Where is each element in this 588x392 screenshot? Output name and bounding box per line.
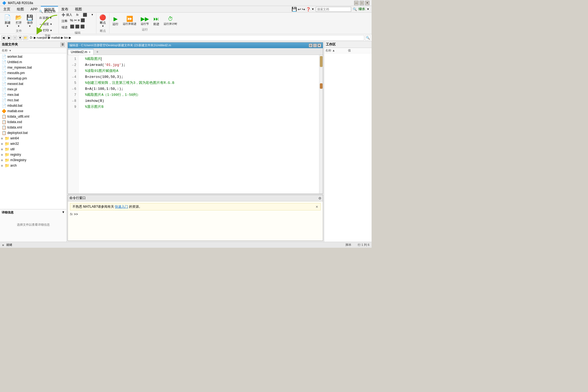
list-item[interactable]: ⊕ 📁 registry xyxy=(0,152,66,157)
code-line-9: %显示图片B xyxy=(81,104,317,110)
workspace-name-col[interactable]: 名称 ▲ xyxy=(325,48,348,53)
list-item[interactable]: 📄 mbuild.bat xyxy=(0,103,66,108)
file-icon: 📋 xyxy=(2,120,6,124)
list-item[interactable]: 📋 lcdata.xsd xyxy=(0,119,66,125)
editor-tab-untitled2[interactable]: Untitled2.m ✕ xyxy=(68,49,94,55)
list-item[interactable]: 📋 lcdata_utf8.xml xyxy=(0,114,66,119)
fx-button[interactable]: fx xyxy=(75,12,80,18)
breakpoint-button[interactable]: 🔴 断点 ▼ xyxy=(97,14,108,28)
list-item[interactable]: 📄 mex.bat xyxy=(0,92,66,97)
quick-start-link[interactable]: 快速入门 xyxy=(115,205,128,209)
menu-publish[interactable]: 发布 xyxy=(58,6,72,12)
list-item[interactable]: 📄 mw_mpiexec.bat xyxy=(0,65,66,70)
find-file-button[interactable]: 🔍 查找文件 xyxy=(38,9,57,14)
tab-close-icon[interactable]: ✕ xyxy=(88,51,91,54)
new-dropdown[interactable]: ▼ xyxy=(6,25,9,27)
indent-btn[interactable]: ⬛ xyxy=(81,12,89,18)
expand-icon[interactable]: ⊕ xyxy=(1,137,4,140)
list-item[interactable]: 📄 mex.pl xyxy=(0,87,66,92)
current-folder-collapse[interactable]: ☰ xyxy=(60,42,65,47)
shrink-button[interactable]: 缩进 xyxy=(60,24,69,30)
dedent-icon: ⬛ xyxy=(81,18,85,24)
expand-icon[interactable]: ⊕ xyxy=(1,142,4,145)
expand-icon[interactable]: ⊕ xyxy=(1,153,4,156)
up-button[interactable]: ↑ xyxy=(13,35,17,40)
dropdown-icon[interactable]: ▼ xyxy=(311,8,314,11)
scrollbar-thumb[interactable] xyxy=(320,56,323,67)
code-editor[interactable]: %截取图片 A=imread('01.jpg'); %读取01图片赋值给A B=… xyxy=(79,55,319,194)
find-file-icon: 🔍 xyxy=(39,10,43,13)
run-advance-button[interactable]: ⏩ 运行并前进 xyxy=(121,15,138,27)
save-button[interactable]: 💾 保存 ▼ xyxy=(24,14,35,28)
close-button[interactable]: ✕ xyxy=(365,1,369,5)
redo-icon[interactable]: ↪ xyxy=(302,7,305,11)
list-item[interactable]: 📋 deploytool.bat xyxy=(0,130,66,136)
goto-dropdown[interactable]: ▼ xyxy=(50,23,52,26)
list-item[interactable]: ⊕ 📁 m3iregistry xyxy=(0,157,66,163)
insert-button[interactable]: ➕ 插入 xyxy=(60,12,74,18)
menu-home[interactable]: 主页 xyxy=(0,6,14,12)
editor-close-btn[interactable]: ✕ xyxy=(317,44,321,47)
comment-button[interactable]: 注释 xyxy=(60,18,69,24)
list-item[interactable]: 📄 Untitled.m xyxy=(0,59,66,65)
name-col-header[interactable]: 名称 ▼ xyxy=(2,48,11,53)
list-item[interactable]: ⊕ 📁 util xyxy=(0,146,66,152)
open-button[interactable]: 📂 打开 ▼ xyxy=(13,14,24,28)
workspace-value-col[interactable]: 值 xyxy=(348,48,370,53)
new-button[interactable]: 📄 新建 ▼ xyxy=(2,14,13,28)
advance-button[interactable]: ⏭ 前进 xyxy=(151,15,161,27)
editor-circle-btn[interactable]: ⊙ xyxy=(309,44,313,47)
list-item[interactable]: 📄 mexext.bat xyxy=(0,81,66,87)
maximize-button[interactable]: □ xyxy=(360,1,364,5)
list-item[interactable]: 📄 worker.bat xyxy=(0,54,66,59)
add-tab-button[interactable]: + xyxy=(94,49,101,55)
history-button[interactable]: ▼ xyxy=(18,35,22,40)
command-expand-icon[interactable]: ⊙ xyxy=(318,196,321,200)
user-dropdown-icon[interactable]: ▼ xyxy=(367,8,369,11)
print-dropdown[interactable]: ▼ xyxy=(50,29,52,32)
path-input[interactable] xyxy=(29,35,364,41)
goto-button[interactable]: ↔ 转至 ▼ xyxy=(38,21,57,27)
run-button[interactable]: ▶ 运行 xyxy=(111,15,120,27)
compare-button[interactable]: ⚖ 比较 ▼ xyxy=(38,15,57,21)
list-item[interactable]: 📋 lcdata.xml xyxy=(0,125,66,130)
search-input[interactable] xyxy=(316,7,351,12)
collapse-icon: ⬛ xyxy=(75,24,79,30)
details-collapse[interactable]: ▼ xyxy=(62,210,65,214)
expand-icon[interactable]: ⊕ xyxy=(1,164,4,167)
open-dropdown[interactable]: ▼ xyxy=(17,25,20,27)
minimize-button[interactable]: — xyxy=(354,1,359,5)
expand-icon[interactable]: ⊕ xyxy=(1,159,4,162)
expand-icon[interactable]: ⊕ xyxy=(1,148,4,151)
list-item[interactable]: 📄 mcc.bat xyxy=(0,97,66,103)
bp-dropdown[interactable]: ▼ xyxy=(102,25,104,27)
run-time-button[interactable]: ⏱ 运行并计时 xyxy=(162,15,179,27)
nav-search-button[interactable]: 🔍 xyxy=(365,35,370,41)
run-section-button[interactable]: ▶▶ 运行节 xyxy=(139,15,151,27)
notice-close-button[interactable]: ✕ xyxy=(316,205,318,209)
list-item[interactable]: ⊕ 📁 win32 xyxy=(0,141,66,146)
code-line-2: A=imread('01.jpg'); xyxy=(81,62,317,68)
indent-dropdown[interactable]: ▼ xyxy=(90,12,95,18)
command-input[interactable] xyxy=(79,212,321,216)
print-button[interactable]: 🖨 打印 ▼ xyxy=(38,27,57,33)
code-text: A=imread( xyxy=(81,62,104,68)
save-toolbar-icon[interactable]: 💾 xyxy=(292,7,297,12)
back-button[interactable]: ◀ xyxy=(1,35,6,40)
compare-dropdown[interactable]: ▼ xyxy=(50,17,52,19)
scrollbar-thumb-2[interactable] xyxy=(320,83,323,89)
save-dropdown[interactable]: ▼ xyxy=(29,25,31,27)
list-item[interactable]: 📄 mexutils.pm xyxy=(0,70,66,76)
search-icon[interactable]: 🔍 xyxy=(353,7,357,11)
menu-plot[interactable]: 绘图 xyxy=(14,6,27,12)
editor-scrollbar[interactable] xyxy=(319,55,323,194)
editor-maximize-btn[interactable]: □ xyxy=(313,44,317,47)
forward-button[interactable]: ▶ xyxy=(7,35,12,40)
undo-icon[interactable]: ↩ xyxy=(298,7,301,11)
list-item[interactable]: 📄 mexsetup.pm xyxy=(0,76,66,81)
list-item[interactable]: 🔶 matlab.exe xyxy=(0,108,66,114)
list-item[interactable]: ⊕ 📁 arch xyxy=(0,163,66,168)
menu-view[interactable]: 视图 xyxy=(72,6,85,12)
list-item[interactable]: ⊕ 📁 win64 xyxy=(0,136,66,141)
help-icon[interactable]: ❓ xyxy=(306,7,311,11)
